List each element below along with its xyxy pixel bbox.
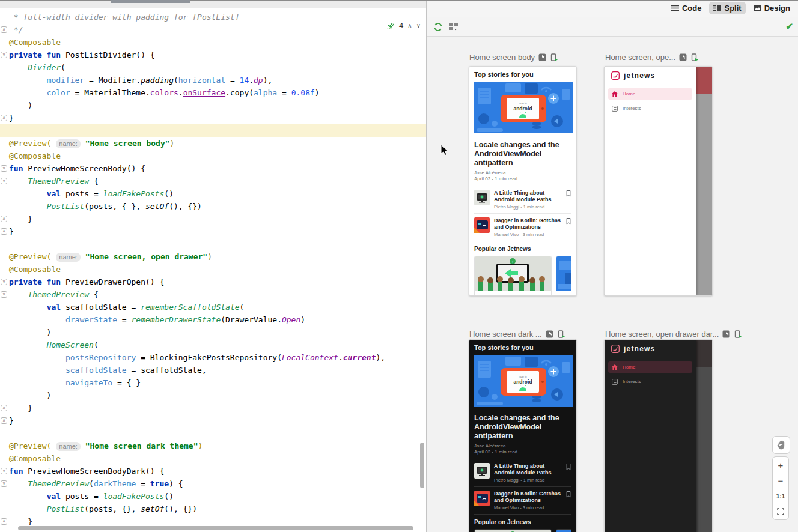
view-mode-split[interactable]: Split [709,2,745,14]
view-mode-code[interactable]: Code [667,2,706,14]
preview-card-home-screen-dark[interactable]: Top stories for you now in android Local… [469,339,577,532]
popular-post-card[interactable]: ↑ From JavaProgramming Langua... [474,256,552,296]
code-line[interactable]: @Composable [0,452,427,465]
code-line[interactable] [0,238,427,250]
fold-marker[interactable]: ∧ [1,405,7,411]
zoom-out-button[interactable]: − [773,473,788,488]
interactive-preview-icon[interactable] [679,53,687,61]
code-line[interactable]: @Composable [0,150,427,162]
drawer-item-interests[interactable]: Interests [608,103,692,114]
code-line[interactable]: * full-width divider with padding for [P… [0,11,427,23]
drawer-item-home[interactable]: Home [608,88,692,100]
fold-marker[interactable]: ∨ [1,52,7,58]
code-line[interactable]: ∨private fun PostListDivider() { [0,49,427,61]
code-line[interactable]: @Composable [0,263,427,276]
fold-marker[interactable]: ∨ [1,468,7,474]
zoom-to-fit-button[interactable] [773,504,788,519]
code-lines[interactable]: * full-width divider with padding for [P… [0,11,427,528]
hero-post-title[interactable]: Locale changes and theAndroidViewModel a… [474,414,571,441]
code-line[interactable]: @Preview( name: "Home screen dark theme"… [0,440,427,452]
code-line[interactable]: ∨ ThemedPreview { [0,175,427,187]
popular-post-card-partial[interactable]: LocaAndr Jose Al April 0 [556,256,571,296]
code-line[interactable]: @Preview( name: "Home screen body") [0,137,427,150]
preview-layout-options-icon[interactable] [449,22,459,32]
interactive-preview-icon[interactable] [538,53,546,61]
code-line[interactable]: PostList(posts, { }, setOf(), {}) [0,200,427,213]
code-line[interactable]: val posts = loadFakePosts() [0,490,427,503]
pane-splitter[interactable] [426,0,427,532]
code-line[interactable]: modifier = Modifier.padding(horizontal =… [0,74,427,86]
code-editor[interactable]: * full-width divider with padding for [P… [0,0,427,532]
drawer-item-interests[interactable]: Interests [608,376,692,387]
run-on-device-icon[interactable] [557,330,565,338]
interactive-preview-icon[interactable] [546,330,553,338]
popular-post-card[interactable]: ↑ From JavaProgramming Langua... [474,529,552,532]
bookmark-icon[interactable] [565,190,571,198]
code-line[interactable]: color = MaterialTheme.colors.onSurface.c… [0,86,427,99]
fold-marker[interactable]: ∧ [1,417,7,424]
inspections-widget[interactable]: 4 ∧ ∨ [387,21,421,30]
preview-card-open-drawer[interactable]: jetnews Home Interests [604,66,713,296]
run-on-device-icon[interactable] [550,53,558,61]
code-line[interactable]: PostList(posts, {}, setOf(), {}) [0,503,427,515]
code-line[interactable]: ) [0,389,427,402]
code-line[interactable]: ∧ } [0,213,427,225]
view-mode-design[interactable]: Design [749,2,794,14]
bookmark-icon[interactable] [565,217,571,225]
preview-card-home-screen-body[interactable]: Top stories for you now in android Local… [469,66,577,296]
editor-vertical-scrollbar[interactable] [420,443,424,488]
fold-marker[interactable]: ∧ [1,518,7,525]
code-line[interactable]: ∨ ThemedPreview(darkTheme = true) { [0,477,427,490]
zoom-in-button[interactable]: + [773,457,788,473]
code-line[interactable]: scaffoldState = scaffoldState, [0,364,427,376]
fold-marker[interactable]: ∧ [1,228,7,235]
next-issue-button[interactable]: ∨ [416,22,421,29]
bookmark-icon[interactable] [565,491,571,498]
code-line[interactable]: HomeScreen( [0,339,427,351]
hero-post-title[interactable]: Locale changes and theAndroidViewModel a… [474,141,571,168]
code-line[interactable]: @Composable [0,36,427,49]
code-line[interactable]: ∨fun PreviewHomeScreenBodyDark() { [0,465,427,477]
fold-marker[interactable]: ∨ [1,279,7,285]
interactive-preview-icon[interactable] [722,330,730,338]
fold-marker[interactable]: ∨ [1,291,7,298]
code-line[interactable] [0,427,427,440]
code-line[interactable]: ) [0,326,427,339]
code-line[interactable]: drawerState = rememberDrawerState(Drawer… [0,313,427,326]
fold-marker[interactable]: ∨ [1,165,7,172]
post-list-item[interactable]: A Little Thing about Android Module Path… [474,463,571,483]
pan-tool-button[interactable] [772,436,790,454]
fold-marker[interactable]: ∧ [1,26,7,33]
refresh-preview-icon[interactable] [433,22,443,32]
fold-marker[interactable]: ∨ [1,480,7,487]
fold-marker[interactable]: ∧ [1,216,7,222]
editor-horizontal-scrollbar[interactable] [18,526,413,530]
post-list-item[interactable]: Dagger in Kotlin: Gotchas and Optimizati… [474,217,571,237]
code-line[interactable]: ∧ */ [0,23,427,36]
prev-issue-button[interactable]: ∧ [407,22,412,29]
code-line[interactable]: ∧ } [0,402,427,414]
code-line[interactable]: ∨private fun PreviewDrawerOpen() { [0,276,427,288]
zoom-actual-size-button[interactable]: 1:1 [773,488,788,504]
code-line[interactable]: @Preview( name: "Home screen, open drawe… [0,250,427,263]
preview-card-open-drawer-dark[interactable]: jetnews Home Interests [604,339,713,532]
code-line[interactable]: ) [0,99,427,112]
code-line[interactable]: ∨fun PreviewHomeScreenBody() { [0,162,427,175]
bookmark-icon[interactable] [565,463,571,471]
hero-post-image[interactable]: now in android [474,355,573,407]
code-line[interactable]: ∨ ThemedPreview { [0,288,427,301]
hero-post-image[interactable]: now in android [474,82,573,133]
popular-post-card-partial[interactable]: LocaAndr Jose Al April 0 [556,529,571,532]
code-line[interactable]: navigateTo = { } [0,376,427,389]
code-line[interactable]: ∧} [0,112,427,124]
post-list-item[interactable]: A Little Thing about Android Module Path… [474,190,571,210]
run-on-device-icon[interactable] [690,53,698,61]
drawer-item-home[interactable]: Home [608,361,692,373]
code-line[interactable]: val scaffoldState = rememberScaffoldStat… [0,301,427,313]
code-line[interactable]: Divider( [0,61,427,74]
code-line[interactable] [0,124,427,137]
code-line[interactable]: ∧} [0,414,427,427]
fold-marker[interactable]: ∨ [1,178,7,184]
fold-marker[interactable]: ∧ [1,115,7,121]
run-on-device-icon[interactable] [734,330,742,338]
